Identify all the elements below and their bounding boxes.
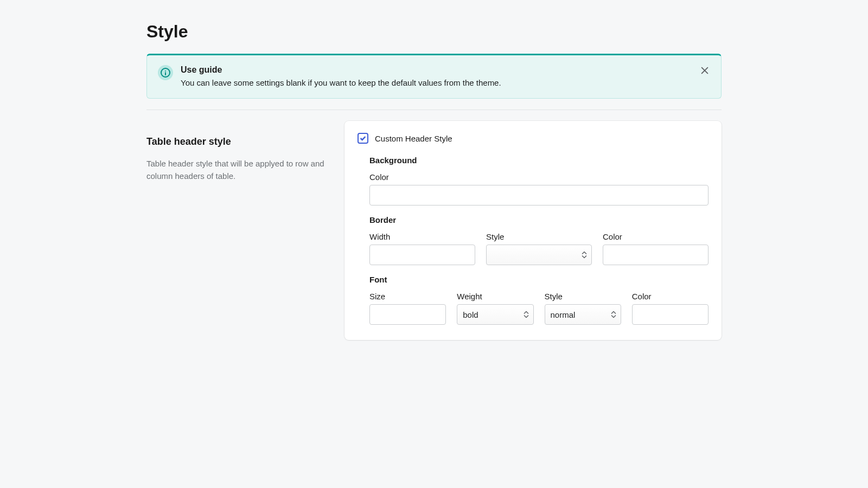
info-banner: Use guide You can leave some settings bl…: [146, 54, 722, 99]
custom-header-label: Custom Header Style: [375, 134, 452, 143]
section-desc: Table header style that will be applyed …: [146, 157, 334, 183]
divider: [146, 110, 722, 110]
border-width-input[interactable]: [369, 245, 475, 265]
font-title: Font: [369, 275, 709, 284]
font-size-input[interactable]: [369, 304, 446, 325]
bg-color-label: Color: [369, 172, 709, 182]
chevron-updown-icon: [582, 252, 587, 259]
font-color-input[interactable]: [632, 304, 709, 325]
bg-color-input[interactable]: [369, 185, 709, 206]
font-size-label: Size: [369, 292, 446, 301]
section-heading: Table header style: [146, 136, 334, 147]
font-style-select[interactable]: normal: [545, 304, 621, 325]
chevron-updown-icon: [611, 311, 616, 318]
border-width-label: Width: [369, 232, 475, 241]
banner-desc: You can leave some settings blank if you…: [181, 78, 710, 87]
close-icon[interactable]: [698, 64, 711, 77]
border-title: Border: [369, 215, 709, 224]
border-style-label: Style: [486, 232, 592, 241]
chevron-updown-icon: [524, 311, 529, 318]
background-title: Background: [369, 156, 709, 165]
info-icon: [158, 65, 173, 80]
page-title: Style: [146, 22, 722, 42]
font-color-label: Color: [632, 292, 709, 301]
border-style-select[interactable]: [486, 245, 592, 265]
banner-title: Use guide: [181, 65, 710, 75]
font-weight-label: Weight: [457, 292, 533, 301]
font-weight-select[interactable]: bold: [457, 304, 533, 325]
border-color-label: Color: [603, 232, 709, 241]
style-card: Custom Header Style Background Color Bor…: [344, 121, 722, 340]
font-style-label: Style: [545, 292, 621, 301]
font-weight-value: bold: [463, 310, 478, 319]
custom-header-checkbox[interactable]: [358, 133, 368, 144]
border-color-input[interactable]: [603, 245, 709, 265]
font-style-value: normal: [551, 310, 576, 319]
